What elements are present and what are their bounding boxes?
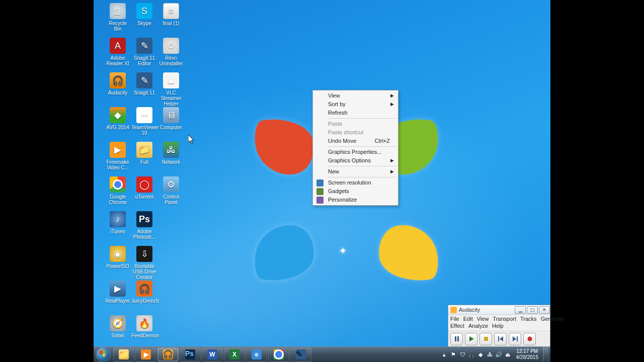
- ctx-graphics-properties[interactable]: Graphics Properties...: [314, 148, 397, 156]
- submenu-arrow-icon: ▶: [390, 167, 394, 176]
- minimize-button[interactable]: ▁: [515, 306, 526, 314]
- start-button[interactable]: [94, 347, 113, 362]
- ctx-personalize[interactable]: Personalize: [314, 196, 397, 204]
- ctx-screen-resolution[interactable]: Screen resolution: [314, 178, 397, 187]
- tray-icon-4[interactable]: ◆: [477, 351, 485, 358]
- audacity-menubar[interactable]: FileEditViewTransportTracksGenerate Effe…: [448, 315, 550, 331]
- desktop-icon-vlc-streamer[interactable]: ▲VLC Streamer Helper: [158, 72, 184, 107]
- desktop-icon-computer[interactable]: 🖥Computer: [158, 107, 184, 130]
- show-desktop-button[interactable]: [543, 347, 548, 362]
- desktop-icon-avg-2014[interactable]: ◆AVG 2014: [105, 107, 131, 130]
- desktop-icon-teamviewer[interactable]: ↔TeamViewer 10: [131, 107, 157, 136]
- ctx-gadgets[interactable]: Gadgets: [314, 187, 397, 196]
- transport-record-button[interactable]: [523, 333, 536, 345]
- desktop-icon-adobe-reader[interactable]: AAdobe Reader XI: [105, 38, 131, 66]
- aud-menu-help[interactable]: Help: [492, 323, 504, 329]
- taskbar-audacity[interactable]: 🎧: [157, 347, 179, 361]
- aud-menu-file[interactable]: File: [450, 316, 459, 322]
- desktop-icon-utorrent[interactable]: ◯uTorrent: [131, 176, 157, 200]
- ctx-item-icon: [316, 188, 324, 195]
- taskbar-snagit[interactable]: ✎: [290, 347, 311, 361]
- maximize-button[interactable]: ▢: [527, 306, 538, 314]
- audacity-transport[interactable]: [448, 331, 550, 346]
- desktop-icon-safari[interactable]: 🧭Safari: [105, 315, 131, 338]
- taskbar-word[interactable]: W: [202, 347, 223, 361]
- ctx-sort-by[interactable]: Sort by▶: [314, 100, 397, 109]
- ctx-new[interactable]: New▶: [314, 167, 397, 176]
- taskbar-photoshop[interactable]: Ps: [180, 347, 201, 361]
- transport-stop-button[interactable]: [479, 333, 492, 345]
- audacity-title: Audacity: [459, 307, 480, 313]
- desktop-icon-skype[interactable]: SSkype: [131, 3, 157, 26]
- tray-icon-1[interactable]: ⚑: [450, 351, 457, 358]
- aud-menu-edit[interactable]: Edit: [463, 316, 473, 322]
- vlc-streamer-icon: ▲: [163, 72, 179, 88]
- transport-pause-button[interactable]: [450, 333, 463, 345]
- desktop-icon-control-panel[interactable]: ⚙Control Panel: [158, 176, 184, 205]
- desktop-context-menu[interactable]: View▶Sort by▶RefreshPastePaste shortcutU…: [312, 90, 398, 206]
- snagit-icon: ✎: [296, 349, 306, 359]
- chrome-icon: [274, 349, 284, 359]
- icon-label: Skype: [131, 21, 157, 26]
- audacity-titlebar[interactable]: Audacity ▁ ▢ ✕: [448, 305, 550, 315]
- clock-date: 4/28/2015: [516, 354, 539, 360]
- desktop-icon-revo-uninstaller[interactable]: ⚙Revo Uninstaller: [158, 38, 184, 66]
- aud-menu-generate[interactable]: Generate: [541, 316, 564, 322]
- icon-label: Control Panel: [158, 194, 184, 205]
- transport-skip-end-button[interactable]: [509, 333, 521, 345]
- desktop-icon-network[interactable]: 🖧Network: [158, 142, 184, 165]
- teamviewer-icon: ↔: [136, 107, 152, 123]
- taskbar-explorer[interactable]: 📁: [113, 347, 134, 361]
- tray-icon-2[interactable]: 🛡: [459, 351, 466, 358]
- desktop-icon-bootable-usb[interactable]: ⇩Bootable USB Drive Creator: [131, 246, 157, 280]
- desktop-icon-full-folder[interactable]: 📁Full: [131, 142, 157, 165]
- ctx-refresh[interactable]: Refresh: [314, 109, 397, 117]
- taskbar-wmp[interactable]: ▶: [135, 347, 156, 361]
- ctx-label: Gadgets: [328, 188, 349, 194]
- desktop-icon-juicydrench[interactable]: 🎧JuicyDrench: [131, 281, 157, 304]
- system-tray[interactable]: ▴⚑🛡🎧◆🖧🔊⏏ 12:17 PM 4/28/2015: [439, 347, 551, 362]
- desktop[interactable]: ✦ 🗑Recycle BinSSkype≡final (1)AAdobe Rea…: [94, 0, 550, 362]
- recycle-bin-icon: 🗑: [110, 3, 126, 19]
- desktop-icon-feeddemon[interactable]: 🔥FeedDemon: [131, 315, 157, 338]
- taskbar[interactable]: 📁▶🎧PsWXe✎ ▴⚑🛡🎧◆🖧🔊⏏ 12:17 PM 4/28/2015: [94, 346, 550, 362]
- ctx-view[interactable]: View▶: [314, 92, 397, 100]
- desktop-icon-realplayer[interactable]: ▶RealPlayer: [105, 281, 131, 304]
- ctx-undo-move[interactable]: Undo MoveCtrl+Z: [314, 137, 397, 145]
- desktop-icon-final-1[interactable]: ≡final (1): [158, 3, 184, 26]
- desktop-icon-photoshop[interactable]: PsAdobe Photosh...: [131, 211, 157, 240]
- aud-menu-effect[interactable]: Effect: [450, 323, 464, 329]
- icon-label: Adobe Reader XI: [105, 55, 131, 66]
- desktop-icon-recycle-bin[interactable]: 🗑Recycle Bin: [105, 3, 131, 32]
- desktop-icon-snagit-11[interactable]: ✎Snagit 11: [131, 72, 157, 96]
- desktop-icon-chrome[interactable]: Google Chrome: [105, 176, 131, 205]
- desktop-icon-itunes[interactable]: ♪iTunes: [105, 211, 131, 234]
- tray-icon-3[interactable]: 🎧: [468, 351, 475, 358]
- aud-menu-analyze[interactable]: Analyze: [468, 323, 488, 329]
- svg-rect-2: [484, 337, 488, 341]
- taskbar-clock[interactable]: 12:17 PM 4/28/2015: [513, 348, 542, 360]
- taskbar-chrome[interactable]: [268, 347, 289, 361]
- taskbar-excel[interactable]: X: [224, 347, 245, 361]
- desktop-icon-poweriso[interactable]: ◉PowerISO: [105, 246, 131, 269]
- transport-skip-start-button[interactable]: [494, 333, 507, 345]
- tray-icon-6[interactable]: 🔊: [495, 351, 503, 358]
- tray-icon-0[interactable]: ▴: [441, 351, 448, 358]
- desktop-icon-audacity[interactable]: 🎧Audacity: [105, 72, 131, 96]
- ctx-graphics-options[interactable]: Graphics Options▶: [314, 156, 397, 165]
- submenu-arrow-icon: ▶: [390, 92, 394, 100]
- svg-rect-0: [455, 336, 456, 341]
- tray-icon-7[interactable]: ⏏: [504, 351, 512, 358]
- aud-menu-view[interactable]: View: [477, 316, 489, 322]
- desktop-icon-freemake[interactable]: ▶Freemake Video C...: [105, 142, 131, 170]
- desktop-icon-snagit-editor[interactable]: ✎Snagit 11 Editor: [131, 38, 157, 66]
- avg-2014-icon: ◆: [110, 107, 126, 123]
- transport-play-button[interactable]: [465, 333, 477, 345]
- submenu-arrow-icon: ▶: [390, 100, 394, 109]
- audacity-window[interactable]: Audacity ▁ ▢ ✕ FileEditViewTransportTrac…: [448, 305, 550, 347]
- close-button[interactable]: ✕: [539, 306, 550, 314]
- taskbar-ie[interactable]: e: [246, 347, 267, 361]
- aud-menu-transport[interactable]: Transport: [493, 316, 516, 322]
- aud-menu-tracks[interactable]: Tracks: [520, 316, 537, 322]
- tray-icon-5[interactable]: 🖧: [486, 351, 494, 358]
